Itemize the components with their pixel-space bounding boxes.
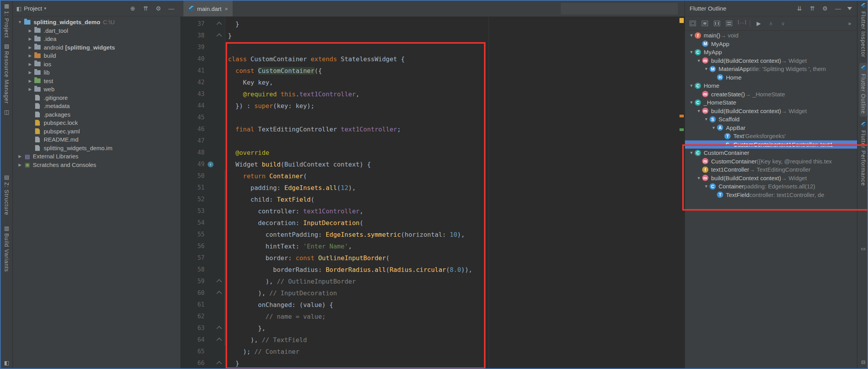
fold-up-icon[interactable]	[217, 326, 222, 331]
outline-tree-row[interactable]: ▼AAppBar	[685, 124, 857, 132]
outline-tree-row[interactable]: ▼C_HomeState	[685, 98, 857, 107]
code-line[interactable]: 50 return Container(	[180, 170, 679, 182]
collapse-arrow-icon[interactable]: ▼	[710, 126, 717, 130]
outline-tree-row[interactable]: ▼fmain() → void	[685, 31, 857, 40]
fold-up-icon[interactable]	[217, 33, 222, 39]
project-tree-row[interactable]: ▶build	[12, 51, 180, 60]
collapse-arrow-icon[interactable]: ▼	[695, 176, 702, 180]
code-line[interactable]: 58 borderRadius: BorderRadius.all(Radius…	[180, 264, 679, 275]
outline-tree-row[interactable]: ▼mbuild(BuildContext context) → Widget	[685, 107, 857, 115]
outline-tree-row[interactable]: HHome	[685, 73, 857, 82]
code-line[interactable]: 48 @override	[180, 147, 679, 158]
overflow-icon[interactable]: »	[845, 19, 854, 28]
expand-all-icon[interactable]: ⇊	[796, 5, 803, 12]
wrap-with-column-icon[interactable]	[712, 19, 722, 28]
project-tree-row[interactable]: ▶.dart_tool	[12, 27, 180, 35]
outline-tree-row[interactable]: CCustomContainer text1Controller: text1	[685, 140, 857, 149]
collapse-all-icon[interactable]: ⇈	[809, 5, 816, 12]
expand-arrow-icon[interactable]: ▶	[16, 154, 23, 158]
tool-structure-button[interactable]: ▤Z: Structure	[4, 174, 10, 215]
favorites-icon[interactable]: ◧	[4, 360, 9, 366]
outline-tree-row[interactable]: ▼MMaterialApp title: 'Splitting Widgets …	[685, 65, 857, 73]
code-line[interactable]: 54 decoration: InputDecoration(	[180, 217, 679, 229]
collapse-arrow-icon[interactable]: ▼	[688, 50, 695, 54]
device-explorer-icon[interactable]: ▭	[857, 246, 868, 252]
collapse-arrow-icon[interactable]: ▼	[703, 117, 710, 121]
fold-up-icon[interactable]	[217, 337, 222, 343]
outline-tree-row[interactable]: MMyApp	[685, 40, 857, 48]
fold-up-icon[interactable]	[217, 21, 222, 27]
emulator-icon[interactable]: ⊟	[857, 359, 868, 365]
collapse-arrow-icon[interactable]: ▼	[703, 184, 710, 188]
center-widget-icon[interactable]	[688, 19, 697, 28]
outline-tree-row[interactable]: mcreateState() → _HomeState	[685, 90, 857, 99]
code-line[interactable]: 43 @required this.text1Controller,	[180, 88, 679, 100]
wrap-with-list-icon[interactable]	[736, 19, 746, 28]
outline-tree-row[interactable]: ▼CHome	[685, 82, 857, 90]
code-line[interactable]: 61 onChanged: (value) {	[180, 299, 679, 310]
collapse-all-icon[interactable]: ⇈	[142, 5, 149, 12]
tool-flutter-outline-button[interactable]: Flutter Outline	[859, 63, 867, 117]
project-tree-row[interactable]: splitting_widgets_demo.im	[12, 144, 180, 153]
code-line[interactable]: 62 // name = value;	[180, 310, 679, 322]
outline-tree-row[interactable]: ▼mbuild(BuildContext context) → Widget	[685, 174, 857, 183]
tool-build-variants-button[interactable]: ▥Build Variants	[4, 225, 10, 272]
project-tree-row[interactable]: ▶lib	[12, 68, 180, 77]
code-line[interactable]: 64 ), // TextField	[180, 334, 679, 346]
code-line[interactable]: 53 controller: text1Controller,	[180, 205, 679, 217]
expand-arrow-icon[interactable]: ▶	[16, 163, 23, 167]
code-line[interactable]: 56 hintText: 'Enter Name',	[180, 240, 679, 252]
project-tree-row[interactable]: ▶web	[12, 85, 180, 94]
collapse-arrow-icon[interactable]: ▼	[703, 67, 710, 71]
outline-tree-row[interactable]: ▼mbuild(BuildContext context) → Widget	[685, 57, 857, 65]
project-tree-row[interactable]: ▶test	[12, 77, 180, 85]
expand-arrow-icon[interactable]: ▶	[27, 87, 34, 91]
code-line[interactable]: 60 ), // InputDecoration	[180, 287, 679, 299]
override-gutter-icon[interactable]: ↑	[208, 161, 213, 167]
outline-tree-row[interactable]: TText 'Geeksforgeeks'	[685, 132, 857, 140]
filter-icon[interactable]	[847, 7, 852, 10]
expand-arrow-icon[interactable]: ▶	[27, 62, 34, 66]
project-tree-row[interactable]: ▶▤External Libraries	[12, 152, 180, 161]
collapse-arrow-icon[interactable]: ▼	[688, 33, 695, 37]
project-view-selector[interactable]: Project	[24, 5, 42, 12]
warnings-indicator[interactable]	[679, 18, 684, 23]
expand-arrow-icon[interactable]: ▶	[27, 79, 34, 83]
collapse-arrow-icon[interactable]: ▼	[688, 100, 695, 105]
project-tree-row[interactable]: .packages	[12, 110, 180, 119]
code-line[interactable]: 41 const CustomContainer({	[180, 65, 679, 76]
code-line[interactable]: 38}	[180, 30, 679, 41]
extract-widget-icon[interactable]: ▶	[754, 19, 763, 28]
code-line[interactable]: 57 border: const OutlineInputBorder(	[180, 252, 679, 264]
tool-project-button[interactable]: ▦1: Project	[4, 3, 10, 38]
collapse-arrow-icon[interactable]: ▼	[695, 109, 702, 113]
code-line[interactable]: 37 }	[180, 18, 679, 30]
hide-panel-icon[interactable]: —	[168, 5, 175, 12]
vcs-commit-icon[interactable]: ◫	[4, 109, 9, 115]
wrap-with-row-icon[interactable]	[724, 19, 734, 28]
fold-up-icon[interactable]	[217, 279, 222, 284]
expand-arrow-icon[interactable]: ▶	[27, 70, 34, 75]
close-tab-icon[interactable]: ×	[225, 5, 228, 12]
hide-panel-icon[interactable]: —	[834, 5, 841, 12]
project-tree-row[interactable]: ▶▣Scratches and Consoles	[12, 161, 180, 169]
project-tree-row[interactable]: pubspec.yaml	[12, 127, 180, 136]
tool-flutter-performance-button[interactable]: Flutter Performance	[860, 122, 866, 186]
outline-tree-row[interactable]: ▼SScaffold	[685, 115, 857, 124]
code-line[interactable]: 63 },	[180, 322, 679, 334]
settings-icon[interactable]: ⚙	[822, 5, 829, 12]
code-line[interactable]: 44 }) : super(key: key);	[180, 100, 679, 112]
code-line[interactable]: 51 padding: EdgeInsets.all(12),	[180, 182, 679, 193]
code-line[interactable]: 45	[180, 112, 679, 123]
change-mark[interactable]	[679, 128, 684, 131]
collapse-arrow-icon[interactable]: ▼	[16, 20, 23, 24]
settings-icon[interactable]: ⚙	[155, 5, 162, 12]
code-line[interactable]: 49↑ Widget build(BuildContext context) {	[180, 158, 679, 170]
warning-mark[interactable]	[679, 115, 684, 117]
code-line[interactable]: 47	[180, 135, 679, 147]
project-tree-row[interactable]: ▶android[splitting_widgets	[12, 43, 180, 52]
locate-file-icon[interactable]: ⊕	[129, 5, 136, 12]
code-line[interactable]: 39	[180, 41, 679, 53]
project-tree-row[interactable]: .gitignore	[12, 94, 180, 102]
outline-tree-row[interactable]: TTextField controller: text1Controller, …	[685, 191, 857, 199]
